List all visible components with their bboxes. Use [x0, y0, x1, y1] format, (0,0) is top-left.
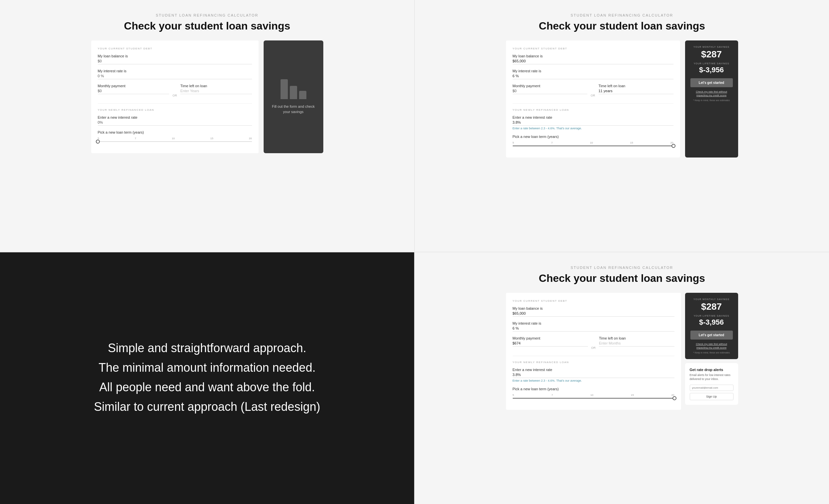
tr-monthly-payment-label: Monthly payment: [513, 84, 587, 88]
top-right-panel: STUDENT LOAN REFINANCING CALCULATOR Chec…: [415, 0, 829, 252]
tr-loan-term-slider[interactable]: 5 7 10 15 20: [513, 141, 674, 146]
br-loan-balance-label: My loan balance is: [513, 307, 675, 310]
tr-monthly-payment-value[interactable]: $0: [513, 89, 587, 94]
rate-alert-signup-button[interactable]: Sign Up: [690, 393, 733, 400]
tr-new-rate-field: Enter a new interest rate 3.8% Enter a r…: [513, 115, 674, 130]
br-loan-term-label: Pick a new loan term (years): [513, 387, 675, 391]
br-interest-rate-label: My interest rate is: [513, 321, 675, 325]
loan-balance-field: My loan balance is $0: [98, 54, 252, 64]
rate-alert-email-input[interactable]: [690, 385, 733, 391]
br-slider-track: [513, 398, 675, 399]
rate-alert-card: Get rate drop alerts Email alerts for lo…: [685, 363, 738, 405]
or-label: OR: [173, 94, 177, 97]
loan-term-field: Pick a new loan term (years) 5 7 10 15 2…: [98, 130, 252, 142]
br-loan-term-slider[interactable]: 5 7 10 15 20: [513, 394, 675, 399]
tr-loan-term-field: Pick a new loan term (years) 5 7 10 15 2…: [513, 135, 674, 146]
tr-new-rate-hint: Enter a rate between 2.3 - 4.6%. That's …: [513, 127, 674, 130]
br-slider-fill: [513, 398, 675, 399]
chart-bars: [281, 79, 307, 99]
payment-row: Monthly payment $0 OR Time left on loan …: [98, 84, 252, 99]
br-monthly-payment-value[interactable]: $674: [513, 341, 588, 347]
br-new-rate-value[interactable]: 3.8%: [513, 373, 675, 378]
top-left-panel: STUDENT LOAN REFINANCING CALCULATOR Chec…: [0, 0, 414, 252]
tr-interest-rate-label: My interest rate is: [513, 69, 674, 73]
br-or-label: OR: [591, 346, 596, 350]
br-time-left-placeholder[interactable]: Enter Months: [599, 341, 674, 347]
top-right-form: YOUR CURRENT STUDENT DEBT My loan balanc…: [506, 40, 680, 157]
top-left-title: Check your student loan savings: [124, 20, 290, 32]
br-monthly-payment-field: Monthly payment $674: [513, 336, 588, 347]
br-cta-button[interactable]: Let's get started: [690, 331, 733, 339]
tr-slider-fill: [513, 146, 674, 146]
br-monthly-value: $287: [701, 301, 722, 312]
br-section2-label: YOUR NEWLY REFINANCED LOAN: [513, 361, 675, 364]
br-loan-balance-value[interactable]: $65,000: [513, 311, 675, 317]
br-interest-rate-field: My interest rate is 6 %: [513, 321, 675, 332]
slider-track: [98, 141, 252, 142]
dark-line-2: The minimal amount information needed.: [99, 359, 315, 377]
tr-time-left-label: Time left on loan: [599, 84, 674, 88]
time-left-placeholder[interactable]: Enter Years: [180, 89, 252, 94]
chart-placeholder: Fill out the form and check your savings: [264, 40, 323, 153]
loan-balance-value[interactable]: $0: [98, 59, 252, 64]
chart-bar-3: [299, 91, 307, 99]
br-time-left-label: Time left on loan: [599, 336, 674, 340]
section2-label: YOUR NEWLY REFINANCED LOAN: [98, 108, 252, 111]
top-right-subtitle: STUDENT LOAN REFINANCING CALCULATOR: [571, 13, 674, 17]
tr-new-rate-label: Enter a new interest rate: [513, 115, 674, 119]
top-right-title: Check your student loan savings: [539, 20, 705, 32]
br-monthly-payment-label: Monthly payment: [513, 336, 588, 340]
dark-line-4: Similar to current approach (Last redesi…: [94, 398, 320, 416]
br-slider-marks: 5 7 10 15 20: [513, 394, 675, 397]
time-left-label: Time left on loan: [180, 84, 252, 88]
br-right-column: YOUR MONTHLY SAVINGS $287 YOUR LIFETIME …: [685, 293, 738, 410]
dark-line-1: Simple and straightforward approach.: [108, 339, 306, 357]
tr-interest-rate-value[interactable]: 6 %: [513, 74, 674, 79]
br-subtitle: STUDENT LOAN REFINANCING CALCULATOR: [571, 265, 674, 269]
tr-loan-term-label: Pick a new loan term (years): [513, 135, 674, 139]
tr-time-left-value[interactable]: 11 years: [599, 89, 674, 94]
slider-marks: 5 7 10 15 20: [98, 137, 252, 140]
slider-thumb[interactable]: [96, 140, 100, 144]
top-left-calculator: YOUR CURRENT STUDENT DEBT My loan balanc…: [91, 40, 323, 153]
monthly-payment-value[interactable]: $0: [98, 89, 170, 94]
tr-slider-marks: 5 7 10 15 20: [513, 141, 674, 144]
new-rate-value[interactable]: 0%: [98, 120, 252, 126]
tr-loan-balance-label: My loan balance is: [513, 54, 674, 58]
tr-cta-button[interactable]: Let's get started: [690, 78, 733, 87]
br-payment-row: Monthly payment $674 OR Time left on loa…: [513, 336, 675, 351]
top-right-calculator: YOUR CURRENT STUDENT DEBT My loan balanc…: [506, 40, 738, 157]
br-lifetime-label: YOUR LIFETIME SAVINGS: [694, 315, 729, 317]
br-lifetime-value: $-3,956: [699, 318, 724, 327]
tr-section2-label: YOUR NEWLY REFINANCED LOAN: [513, 108, 674, 111]
monthly-payment-field: Monthly payment $0: [98, 84, 170, 94]
top-left-subtitle: STUDENT LOAN REFINANCING CALCULATOR: [156, 13, 259, 17]
tr-lifetime-value: $-3,956: [699, 66, 724, 74]
tr-slider-thumb[interactable]: [672, 144, 676, 148]
loan-term-label: Pick a new loan term (years): [98, 130, 252, 134]
br-interest-rate-value[interactable]: 6 %: [513, 326, 675, 332]
tr-results-link[interactable]: Check my rate first without impacting my…: [690, 90, 733, 97]
tr-payment-row: Monthly payment $0 OR Time left on loan …: [513, 84, 674, 99]
new-rate-field: Enter a new interest rate 0%: [98, 115, 252, 126]
rate-alert-desc: Email alerts for low interest rates deli…: [690, 373, 733, 381]
br-monthly-label: YOUR MONTHLY SAVINGS: [693, 298, 729, 300]
br-results-link[interactable]: Check my rate first without impacting my…: [690, 342, 733, 350]
loan-balance-label: My loan balance is: [98, 54, 252, 58]
rate-alert-title: Get rate drop alerts: [690, 368, 733, 372]
tr-section1-label: YOUR CURRENT STUDENT DEBT: [513, 47, 674, 50]
br-results-note: * Keep in mind, these are estimates: [693, 352, 730, 354]
top-right-results-card: YOUR MONTHLY SAVINGS $287 YOUR LIFETIME …: [685, 40, 738, 157]
tr-lifetime-label: YOUR LIFETIME SAVINGS: [694, 62, 729, 65]
tr-or-label: OR: [590, 94, 595, 97]
interest-rate-label: My interest rate is: [98, 69, 252, 73]
br-loan-term-field: Pick a new loan term (years) 5 7 10 15 2…: [513, 387, 675, 399]
br-new-rate-field: Enter a new interest rate 3.8% Enter a r…: [513, 368, 675, 382]
br-time-left-field: Time left on loan Enter Months: [599, 336, 674, 347]
interest-rate-value[interactable]: 0 %: [98, 74, 252, 79]
top-left-form: YOUR CURRENT STUDENT DEBT My loan balanc…: [91, 40, 259, 153]
br-slider-thumb[interactable]: [673, 396, 677, 400]
loan-term-slider[interactable]: 5 7 10 15 20: [98, 137, 252, 142]
tr-new-rate-value[interactable]: 3.8%: [513, 120, 674, 126]
tr-loan-balance-value[interactable]: $65,000: [513, 59, 674, 64]
